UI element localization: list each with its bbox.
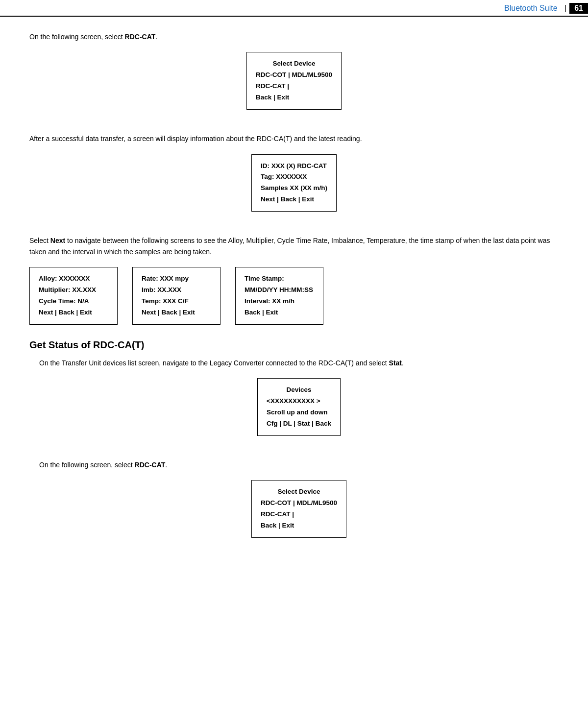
box2-wrapper: ID: XXX (X) RDC-CAT Tag: XXXXXXX Samples… bbox=[29, 154, 559, 224]
box1-wrapper: Select Device RDC-COT | MDL/ML9500 RDC-C… bbox=[29, 52, 559, 121]
screen-box-1: Select Device RDC-COT | MDL/ML9500 RDC-C… bbox=[246, 52, 342, 110]
screen-box-3b: Rate: XXX mpy Imb: XX.XXX Temp: XXX C/F … bbox=[132, 267, 220, 325]
box1-title: Select Device bbox=[256, 58, 332, 70]
header-separator: | bbox=[563, 4, 567, 13]
section-body: On the Transfer Unit devices list screen… bbox=[29, 358, 559, 550]
box1-line2: RDC-CAT | bbox=[256, 81, 332, 92]
para5-start: On the following screen, select bbox=[39, 461, 135, 469]
box4-line3: Cfg | DL | Stat | Back bbox=[267, 418, 331, 430]
box5-title: Select Device bbox=[261, 486, 337, 498]
box2-line4: Next | Back | Exit bbox=[261, 194, 327, 205]
screen-box-2: ID: XXX (X) RDC-CAT Tag: XXXXXXX Samples… bbox=[251, 154, 337, 212]
box3a-line2: Multiplier: XX.XXX bbox=[39, 285, 108, 296]
para5-bold: RDC-CAT bbox=[135, 461, 166, 469]
box3c-line4: Back | Exit bbox=[245, 307, 314, 318]
paragraph-4: On the Transfer Unit devices list screen… bbox=[39, 358, 559, 368]
para3-end: to navigate between the following screen… bbox=[29, 237, 550, 255]
paragraph-5: On the following screen, select RDC-CAT. bbox=[39, 459, 559, 470]
header-right: Bluetooth Suite | 61 bbox=[504, 3, 588, 14]
section-heading: Get Status of RDC-CA(T) bbox=[29, 339, 559, 351]
box4-title: Devices bbox=[267, 385, 331, 396]
box1-line3: Back | Exit bbox=[256, 92, 332, 103]
paragraph-3: Select Next to navigate between the foll… bbox=[29, 235, 559, 257]
box4-line2: Scroll up and down bbox=[267, 407, 331, 418]
box5-line2: RDC-CAT | bbox=[261, 509, 337, 520]
box3b-line2: Imb: XX.XXX bbox=[142, 285, 211, 296]
para4-end: . bbox=[402, 359, 404, 367]
box3c-line3: Interval: XX m/h bbox=[245, 296, 314, 307]
box3a-line3: Cycle Time: N/A bbox=[39, 296, 108, 307]
screen-box-5: Select Device RDC-COT | MDL/ML9500 RDC-C… bbox=[251, 480, 346, 538]
page-header: Bluetooth Suite | 61 bbox=[0, 0, 588, 17]
box2-line3: Samples XX (XX m/h) bbox=[261, 183, 327, 194]
box5-wrapper: Select Device RDC-COT | MDL/ML9500 RDC-C… bbox=[39, 480, 559, 550]
box3b-line1: Rate: XXX mpy bbox=[142, 273, 211, 285]
main-content: On the following screen, select RDC-CAT.… bbox=[0, 17, 588, 581]
paragraph-2: After a successful data transfer, a scre… bbox=[29, 133, 559, 144]
para4-start: On the Transfer Unit devices list screen… bbox=[39, 359, 389, 367]
para3-start: Select bbox=[29, 237, 50, 244]
box4-line1: <XXXXXXXXXX > bbox=[267, 396, 331, 407]
screen-box-3a: Alloy: XXXXXXX Multiplier: XX.XXX Cycle … bbox=[29, 267, 118, 325]
para1-text: On the following screen, select bbox=[29, 33, 125, 41]
box3c-line2: MM/DD/YY HH:MM:SS bbox=[245, 285, 314, 296]
para1-end: . bbox=[155, 33, 157, 41]
three-col-boxes: Alloy: XXXXXXX Multiplier: XX.XXX Cycle … bbox=[29, 267, 559, 325]
box3b-line4: Next | Back | Exit bbox=[142, 307, 211, 318]
header-title: Bluetooth Suite bbox=[504, 4, 558, 13]
para4-bold: Stat bbox=[389, 359, 402, 367]
box3a-line4: Next | Back | Exit bbox=[39, 307, 108, 318]
box3a-line1: Alloy: XXXXXXX bbox=[39, 273, 108, 285]
screen-box-4: Devices <XXXXXXXXXX > Scroll up and down… bbox=[257, 378, 341, 436]
screen-box-3c: Time Stamp: MM/DD/YY HH:MM:SS Interval: … bbox=[235, 267, 323, 325]
box3b-line3: Temp: XXX C/F bbox=[142, 296, 211, 307]
box1-line1: RDC-COT | MDL/ML9500 bbox=[256, 70, 332, 81]
para1-bold: RDC-CAT bbox=[125, 33, 156, 41]
box4-wrapper: Devices <XXXXXXXXXX > Scroll up and down… bbox=[39, 378, 559, 448]
box5-line1: RDC-COT | MDL/ML9500 bbox=[261, 498, 337, 509]
box3c-line1: Time Stamp: bbox=[245, 273, 314, 285]
box5-line3: Back | Exit bbox=[261, 520, 337, 531]
para3-bold: Next bbox=[50, 237, 65, 244]
para5-end: . bbox=[165, 461, 167, 469]
box2-line2: Tag: XXXXXXX bbox=[261, 171, 327, 183]
box2-line1: ID: XXX (X) RDC-CAT bbox=[261, 161, 327, 172]
page-number: 61 bbox=[569, 3, 588, 14]
paragraph-1: On the following screen, select RDC-CAT. bbox=[29, 31, 559, 42]
